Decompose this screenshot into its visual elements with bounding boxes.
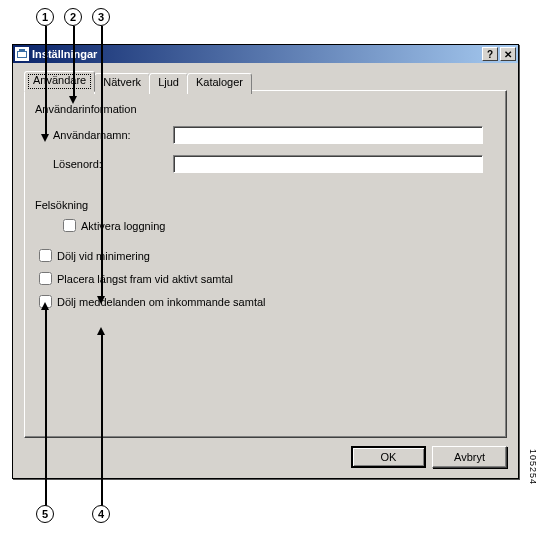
callout-line-2 — [73, 26, 75, 98]
settings-window: Inställningar ? ✕ Användare Nätverk Ljud… — [12, 44, 519, 479]
tab-directories[interactable]: Kataloger — [187, 73, 252, 94]
callout-3: 3 — [92, 8, 110, 26]
checkbox-bring-front-box[interactable] — [39, 272, 52, 285]
callout-arrow-4 — [97, 327, 105, 335]
checkbox-hide-minimize-box[interactable] — [39, 249, 52, 262]
checkbox-enable-logging-box[interactable] — [63, 219, 76, 232]
checkbox-hide-incoming[interactable]: Dölj meddelanden om inkommande samtal — [39, 295, 266, 308]
tab-user[interactable]: Användare — [24, 71, 95, 92]
tab-network[interactable]: Nätverk — [94, 73, 150, 94]
checkbox-enable-logging[interactable]: Aktivera loggning — [63, 219, 165, 232]
callout-arrow-1 — [41, 134, 49, 142]
close-button[interactable]: ✕ — [500, 47, 516, 61]
callout-2: 2 — [64, 8, 82, 26]
callout-line-1 — [45, 26, 47, 136]
callout-line-5 — [45, 308, 47, 506]
app-icon — [15, 47, 29, 61]
checkbox-enable-logging-label: Aktivera loggning — [81, 220, 165, 232]
callout-arrow-3 — [97, 296, 105, 304]
checkbox-hide-minimize[interactable]: Dölj vid minimering — [39, 249, 150, 262]
tab-bar: Användare Nätverk Ljud Kataloger — [24, 73, 251, 94]
callout-line-3 — [101, 26, 103, 298]
callout-arrow-2 — [69, 96, 77, 104]
callout-5: 5 — [36, 505, 54, 523]
tab-panel: Användarinformation Användarnamn: Löseno… — [24, 90, 507, 438]
tab-audio[interactable]: Ljud — [149, 73, 188, 94]
window-title: Inställningar — [32, 48, 482, 60]
callout-arrow-5 — [41, 302, 49, 310]
checkbox-hide-minimize-label: Dölj vid minimering — [57, 250, 150, 262]
checkbox-bring-front-label: Placera längst fram vid aktivt samtal — [57, 273, 233, 285]
titlebar: Inställningar ? ✕ — [13, 45, 518, 63]
callout-line-4 — [101, 333, 103, 506]
checkbox-hide-incoming-label: Dölj meddelanden om inkommande samtal — [57, 296, 266, 308]
figure-id: 105254 — [528, 449, 536, 485]
username-input[interactable] — [173, 126, 483, 144]
group-user-info: Användarinformation — [35, 103, 137, 115]
button-row: OK Avbryt — [351, 446, 507, 468]
cancel-button[interactable]: Avbryt — [432, 446, 507, 468]
svg-rect-1 — [18, 52, 26, 57]
svg-rect-2 — [19, 49, 25, 51]
group-debug: Felsökning — [35, 199, 88, 211]
password-input[interactable] — [173, 155, 483, 173]
label-password: Lösenord: — [53, 158, 102, 170]
callout-4: 4 — [92, 505, 110, 523]
ok-button[interactable]: OK — [351, 446, 426, 468]
help-button[interactable]: ? — [482, 47, 498, 61]
checkbox-bring-front[interactable]: Placera längst fram vid aktivt samtal — [39, 272, 233, 285]
callout-1: 1 — [36, 8, 54, 26]
label-username: Användarnamn: — [53, 129, 131, 141]
